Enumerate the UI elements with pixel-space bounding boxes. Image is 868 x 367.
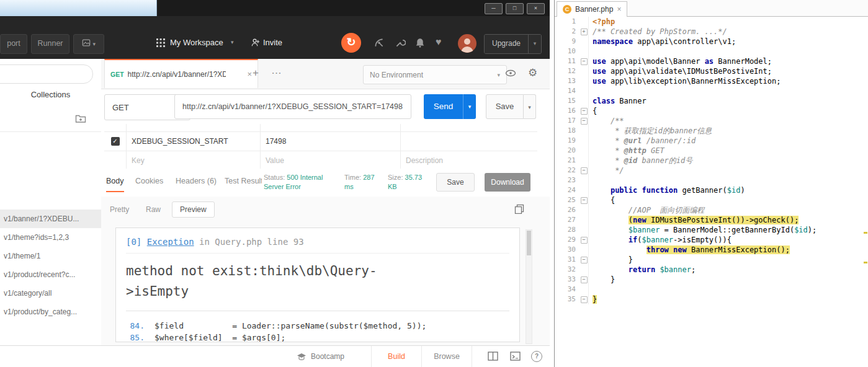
save-response-button[interactable]: Save [436, 173, 475, 192]
view-raw[interactable]: Raw [146, 205, 161, 214]
tab-headers[interactable]: Headers (6) [176, 177, 217, 185]
line-number: 31 [555, 255, 579, 265]
new-tab-button[interactable]: + [253, 67, 259, 79]
fold-marker-icon[interactable]: − [579, 255, 588, 265]
more-tabs-icon[interactable]: … [271, 64, 282, 77]
avatar[interactable] [458, 34, 477, 53]
tab-collections[interactable]: Collections [0, 90, 101, 99]
fold-marker-icon[interactable]: + [579, 27, 588, 37]
download-button[interactable]: Download [485, 173, 530, 192]
two-pane-icon[interactable] [488, 352, 498, 361]
fold-marker-icon[interactable]: − [579, 294, 588, 304]
close-button[interactable]: × [527, 3, 545, 14]
environment-eye-icon[interactable] [504, 68, 517, 78]
sidebar-search-input[interactable] [0, 64, 93, 84]
scrollbar-thumb[interactable] [527, 231, 531, 255]
response-scrollbar[interactable] [526, 229, 532, 344]
collection-request-item[interactable]: v1/product/by_categ... [0, 303, 101, 321]
grid-icon [156, 38, 165, 47]
fold-marker-icon[interactable]: − [579, 116, 588, 126]
code-line: 31− } [555, 255, 868, 265]
workspace-selector[interactable]: My Workspace [170, 38, 223, 47]
tab-body[interactable]: Body [106, 177, 124, 192]
environment-selector[interactable]: No Environment ▾ [363, 65, 507, 84]
url-input[interactable] [174, 94, 411, 119]
line-number: 2 [555, 27, 579, 37]
bootcamp-button[interactable]: Bootcamp [297, 346, 344, 367]
import-button[interactable]: port [0, 34, 27, 54]
line-number: 33 [555, 275, 579, 285]
close-tab-icon[interactable]: × [247, 69, 252, 79]
tab-banner-php[interactable]: C Banner.php × [557, 1, 627, 17]
view-preview[interactable]: Preview [172, 201, 215, 218]
build-button[interactable]: Build [371, 346, 422, 367]
wrench-icon[interactable] [395, 37, 406, 48]
param-description-cell[interactable] [401, 132, 537, 151]
fold-marker-icon[interactable]: − [579, 106, 588, 116]
console-icon[interactable] [510, 352, 521, 361]
fold-marker-icon[interactable]: − [579, 195, 588, 205]
fold-marker-icon[interactable]: − [579, 275, 588, 285]
editor-scrollbar[interactable] [862, 17, 868, 367]
close-tab-icon[interactable]: × [617, 5, 621, 14]
code-editor[interactable]: 1<?php2+/** Created by PhpStorm. ...*/9n… [555, 17, 868, 367]
maximize-button[interactable]: □ [506, 3, 524, 14]
tab-cookies[interactable]: Cookies [135, 177, 163, 185]
scrollbar-mark [864, 232, 867, 234]
save-request-button[interactable]: Save [486, 94, 524, 119]
build-browse-switch: Build Browse [371, 346, 472, 367]
new-folder-icon[interactable] [75, 113, 86, 123]
settings-gear-icon[interactable]: ⚙ [528, 66, 537, 79]
caret-down-icon[interactable]: ▾ [231, 39, 234, 45]
help-icon[interactable]: ? [531, 351, 542, 362]
response-preview[interactable]: [0] Exception in Query.php line 93 metho… [115, 228, 520, 342]
satellite-icon[interactable] [374, 37, 385, 48]
request-workspace: GET http://z.cn/api/v1/banner/1?XDE × + … [101, 59, 550, 345]
code-line: 11−use app\api\model\Banner as BannerMod… [555, 56, 868, 66]
send-button[interactable]: Send [424, 94, 463, 119]
param-key-cell[interactable]: XDEBUG_SESSION_START [127, 132, 261, 151]
send-options-caret[interactable]: ▾ [463, 94, 476, 119]
collection-request-item[interactable]: v1/category/all [0, 284, 101, 303]
invite-button[interactable]: Invite [263, 38, 282, 47]
new-window-button[interactable]: ▾ [73, 34, 104, 54]
collection-request-item[interactable]: v1/theme/1 [0, 247, 101, 265]
upgrade-button[interactable]: Upgrade ▾ [484, 34, 542, 54]
postman-window: ─ □ × port Runner ▾ My Workspace ▾ [0, 0, 550, 367]
bell-icon[interactable] [414, 37, 426, 48]
code-line: 34 [555, 285, 868, 294]
collection-request-item[interactable]: v1/theme?ids=1,2,3 [0, 228, 101, 247]
gutter [579, 17, 588, 27]
tab-test-results[interactable]: Test Results [225, 177, 262, 185]
param-checkbox[interactable]: ✓ [111, 137, 120, 146]
view-pretty[interactable]: Pretty [110, 205, 129, 214]
sync-status-icon[interactable]: ↻ [341, 33, 361, 53]
line-number: 1 [555, 17, 579, 27]
line-number: 18 [555, 126, 579, 136]
background-window-titlebar[interactable] [0, 0, 157, 17]
browse-button[interactable]: Browse [422, 346, 472, 367]
runner-button[interactable]: Runner [31, 34, 69, 54]
collection-request-item[interactable]: v1/banner/1?XDEBU... [0, 210, 101, 228]
save-options-caret[interactable]: ▾ [524, 94, 536, 119]
code-line: 29− if($banner->isEmpty()){ [555, 235, 868, 245]
error-message: method not exist:think\db\Query->isEmpty [126, 261, 382, 302]
minimize-button[interactable]: ─ [485, 3, 503, 14]
copy-icon[interactable] [514, 204, 524, 214]
fold-marker-icon[interactable]: − [579, 166, 588, 175]
request-tab[interactable]: GET http://z.cn/api/v1/banner/1?XDE × [104, 59, 258, 88]
exception-link[interactable]: Exception [147, 237, 194, 247]
param-value-cell[interactable]: 17498 [261, 132, 401, 151]
value-placeholder[interactable]: Value [266, 156, 284, 165]
key-placeholder[interactable]: Key [132, 156, 145, 165]
gutter [579, 156, 588, 166]
caret-down-icon[interactable]: ▾ [528, 35, 541, 53]
heart-icon[interactable]: ♥ [436, 37, 442, 48]
fold-marker-icon[interactable]: − [579, 56, 588, 66]
php-class-icon: C [563, 5, 571, 14]
description-placeholder[interactable]: Description [406, 156, 443, 165]
fold-marker-icon[interactable]: − [579, 235, 588, 245]
line-number: 27 [555, 215, 579, 225]
collection-request-item[interactable]: v1/product/recent?c... [0, 265, 101, 284]
sidebar-divider [0, 131, 101, 132]
